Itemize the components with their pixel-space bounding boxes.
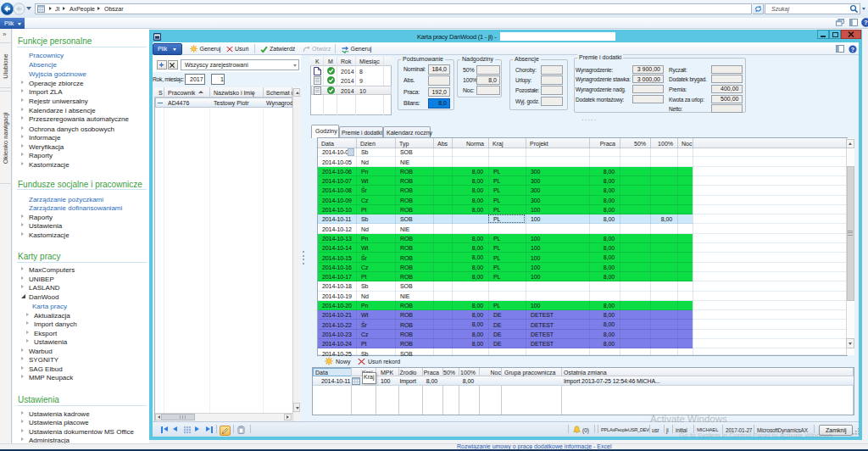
svg-text:?: ? [851,46,854,53]
svg-text:?: ? [864,19,868,26]
